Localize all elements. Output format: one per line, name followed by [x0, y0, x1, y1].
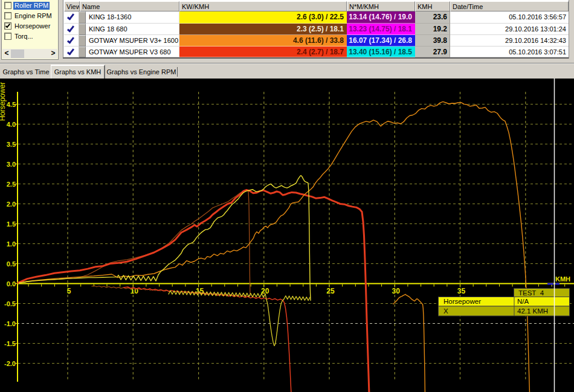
svg-text:3.0: 3.0 — [7, 161, 16, 168]
svg-text:-2.0: -2.0 — [4, 360, 16, 367]
svg-text:KMH: KMH — [555, 275, 570, 283]
svg-text:25: 25 — [326, 287, 335, 295]
svg-text:0.0: 0.0 — [7, 280, 16, 288]
svg-text:2.5: 2.5 — [7, 181, 16, 188]
svg-text:N/A: N/A — [517, 298, 529, 305]
svg-text:TEST 4: TEST 4 — [518, 289, 544, 297]
svg-text:42.1 KMH: 42.1 KMH — [517, 307, 548, 315]
svg-text:2.0: 2.0 — [7, 201, 16, 208]
svg-text:X: X — [443, 307, 448, 315]
svg-text:4.5: 4.5 — [7, 101, 16, 108]
svg-text:-1.0: -1.0 — [4, 320, 16, 327]
svg-text:3.5: 3.5 — [7, 141, 16, 148]
svg-text:1.5: 1.5 — [7, 220, 16, 228]
svg-text:1.0: 1.0 — [7, 240, 16, 248]
svg-text:-0.5: -0.5 — [4, 300, 16, 307]
svg-text:4.0: 4.0 — [7, 121, 16, 128]
svg-text:-1.5: -1.5 — [4, 340, 16, 347]
svg-text:5: 5 — [67, 287, 71, 295]
svg-text:0.5: 0.5 — [7, 260, 16, 268]
svg-text:35: 35 — [457, 287, 466, 295]
svg-text:Horsepower: Horsepower — [443, 298, 481, 305]
svg-text:Horsepower: Horsepower — [0, 82, 7, 121]
svg-text:30: 30 — [392, 287, 401, 295]
